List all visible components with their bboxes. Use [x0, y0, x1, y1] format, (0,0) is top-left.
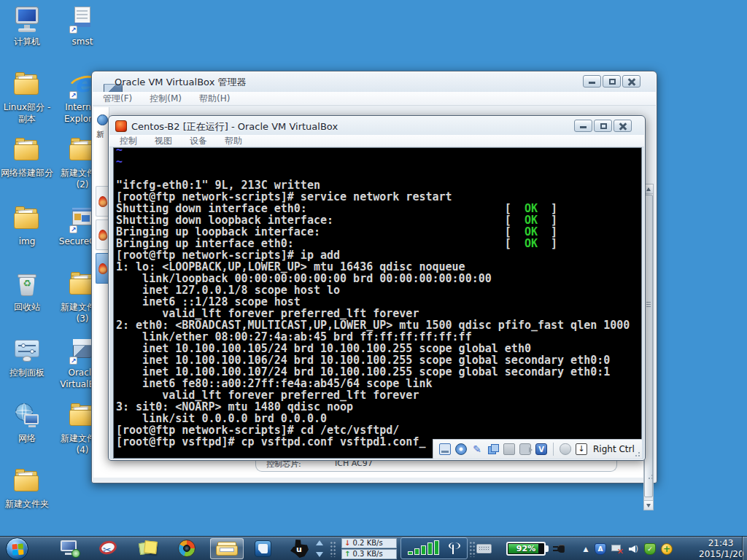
taskbar-scroll-arrows[interactable] [316, 540, 325, 558]
taskbar-item-sticky-notes[interactable] [137, 538, 159, 559]
desktop-icon-control-panel[interactable]: 控制面板 [0, 337, 54, 378]
recycle-bin-icon: ♻ [12, 271, 42, 299]
manager-menu-item-1[interactable]: 控制(M) [150, 93, 182, 105]
scroll-down-button[interactable] [644, 500, 653, 510]
desktop-icon-computer[interactable]: 计算机 [0, 6, 54, 47]
guest-console-screen[interactable]: ~~ "ifcfg-eth0:1" 9L, 213C written[root@… [113, 147, 642, 459]
shortcut-arrow-icon: ↗ [69, 225, 77, 233]
computer-icon [12, 6, 42, 34]
usb-icon[interactable]: V [535, 443, 547, 455]
new-folder-icon [12, 468, 42, 496]
manager-menu-item-2[interactable]: 帮助(H) [199, 93, 230, 105]
maximize-button[interactable] [603, 75, 621, 88]
smst-icon: ↗ [68, 6, 97, 34]
net-speed-down: ↓ 0.2 KB/s [341, 538, 397, 548]
vm-title-bar[interactable]: Centos-B2 [正在运行] - Oracle VM VirtualBox [109, 116, 645, 136]
video-capture-icon[interactable] [519, 443, 531, 455]
network-disconnected-icon[interactable]: ✕ [611, 543, 623, 555]
desktop: 计算机↗smstLinux部分 -副本e↗InternetExplorer网络搭… [0, 0, 747, 560]
signal-strength-widget[interactable] [400, 537, 468, 559]
minimize-button[interactable] [583, 75, 601, 88]
power-plug-icon [553, 544, 568, 553]
desktop-icon-label: 控制面板 [0, 367, 54, 378]
desktop-icon-label: Linux部分 -副本 [0, 101, 54, 125]
vm-close-button[interactable] [614, 120, 632, 132]
desktop-icon-linux-folder[interactable]: Linux部分 -副本 [0, 71, 54, 125]
desktop-icon-smst[interactable]: ↗smst [55, 6, 109, 47]
linux-folder-icon [12, 71, 42, 99]
vm-state-icon [98, 229, 108, 241]
optical-disc-icon[interactable] [455, 443, 467, 455]
vm-menu-item-3[interactable]: 帮助 [225, 135, 242, 147]
shared-clipboard-icon[interactable] [487, 443, 499, 455]
signal-bar [434, 540, 439, 555]
clock-time: 21:43 [699, 538, 743, 549]
taskbar-item-remote-desktop[interactable] [58, 538, 80, 559]
vm-maximize-button[interactable] [594, 120, 612, 132]
battery-percent: 92% [508, 543, 544, 554]
antenna-icon [446, 542, 460, 556]
desktop-icon-recycle-bin[interactable]: ♻回收站 [0, 271, 54, 313]
taskbar-item-snipping-tool[interactable]: ✂ [98, 538, 120, 559]
control-panel-icon [12, 337, 42, 365]
network-icon [12, 402, 42, 430]
vm-menu-bar: 控制视图设备帮助 [109, 135, 644, 147]
vm-state-icon [98, 195, 108, 207]
manager-resize-grip[interactable] [646, 472, 654, 480]
harddisk-icon[interactable] [439, 443, 451, 455]
desktop-icon-label: smst [55, 36, 109, 47]
signal-bar [408, 551, 413, 555]
net-speed-up: ↑ 0.3 KB/s [341, 549, 397, 559]
signal-bar [414, 548, 419, 555]
desktop-icon-label: 计算机 [0, 36, 54, 47]
desktop-icon-network-build-folder[interactable]: 网络搭建部分 [0, 137, 54, 179]
manager-menu-bar: 管理(F)控制(M)帮助(H) [93, 92, 656, 106]
taskbar-item-texas-tool[interactable]: u [289, 538, 311, 559]
desktop-icon-img-folder[interactable]: img [0, 206, 54, 247]
shared-folder-icon[interactable] [503, 443, 515, 455]
new-vm-toolbar-label: 新 [96, 129, 104, 140]
new-vm-toolbar-icon[interactable] [97, 114, 108, 125]
hidden-icons-arrow[interactable]: ▲ [580, 543, 592, 555]
vm-minimize-button[interactable] [574, 120, 592, 132]
vm-resize-grip[interactable] [633, 450, 640, 457]
start-button[interactable] [6, 537, 28, 560]
taskbar-item-windows-explorer[interactable] [210, 538, 244, 559]
vm-menu-item-2[interactable]: 设备 [190, 135, 207, 147]
battery-indicator[interactable]: 92% [506, 542, 546, 556]
manager-window-title: Oracle VM VirtualBox 管理器 [115, 76, 246, 89]
desktop-icon-label: 新建文件夹 [0, 498, 54, 510]
vm-window-title: Centos-B2 [正在运行] - Oracle VM VirtualBox [131, 120, 338, 133]
desktop-icon-new-folder[interactable]: 新建文件夹 [0, 468, 54, 510]
show-desktop-button[interactable] [742, 537, 747, 560]
clock-date: 2015/1/20 [699, 549, 743, 560]
security-shield-blue-icon[interactable]: A [595, 543, 606, 555]
mouse-integration-icon[interactable] [560, 443, 571, 455]
network-pen-icon[interactable]: ✎ [471, 443, 483, 455]
signal-bar [421, 545, 426, 555]
desktop-icon-network[interactable]: 网络 [0, 402, 54, 444]
desktop-icon-label: 回收站 [0, 301, 54, 313]
volume-icon[interactable]: ) [628, 543, 640, 555]
keyboard-tray-icon[interactable] [476, 544, 492, 553]
vm-window-icon [115, 120, 127, 132]
vm-menu-item-0[interactable]: 控制 [120, 135, 137, 147]
security-shield-green-icon[interactable]: ✓ [644, 543, 656, 555]
desktop-icon-label: img [0, 236, 54, 247]
manager-menu-item-0[interactable]: 管理(F) [103, 93, 132, 105]
antivirus-orb-icon[interactable] [661, 543, 673, 555]
vm-menu-item-1[interactable]: 视图 [155, 135, 172, 147]
statusbar-divider [553, 443, 554, 456]
taskbar-item-media-app[interactable] [177, 538, 198, 559]
img-folder-icon [12, 206, 42, 233]
hostkey-icon: ↓ [576, 443, 587, 455]
close-button[interactable] [622, 75, 640, 88]
taskbar-item-vmware[interactable] [252, 538, 274, 559]
manager-title-bar[interactable]: Oracle VM VirtualBox 管理器 [92, 71, 657, 91]
windows-flag-icon [12, 543, 23, 555]
shortcut-arrow-icon: ↗ [69, 357, 77, 365]
taskbar-separator-2 [469, 541, 476, 557]
taskbar-separator [330, 541, 336, 557]
taskbar-clock[interactable]: 21:43 2015/1/20 [699, 538, 743, 560]
taskbar: ✂ u ↓ 0.2 KB/s ↑ 0.3 KB/s 92% ▲ A ✕ ) ✓ … [0, 536, 747, 560]
